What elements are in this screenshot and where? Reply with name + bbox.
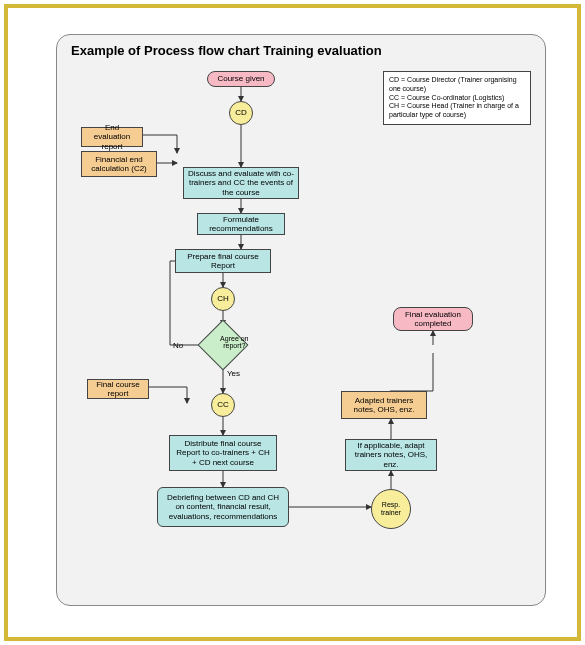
node-adapted-notes: Adapted trainers notes, OHS, enz. <box>341 391 427 419</box>
node-financial-end-calc: Financial end calculation (C2) <box>81 151 157 177</box>
node-final-evaluation: Final evaluation completed <box>393 307 473 331</box>
node-resp-trainer: Resp. trainer <box>371 489 411 529</box>
node-ch: CH <box>211 287 235 311</box>
node-adapt-notes: If applicable, adapt trainers notes, OHS… <box>345 439 437 471</box>
chart-title: Example of Process flow chart Training e… <box>71 43 382 58</box>
node-cd: CD <box>229 101 253 125</box>
outer-frame: Example of Process flow chart Training e… <box>4 4 581 641</box>
node-debriefing: Debriefing between CD and CH on content,… <box>157 487 289 527</box>
node-agree-decision: Agree on report? <box>198 320 249 371</box>
node-distribute: Distribute final course Report to co-tra… <box>169 435 277 471</box>
legend-box: CD = Course Director (Trainer organising… <box>383 71 531 125</box>
legend-line: CC = Course Co-ordinator (Logistics) <box>389 94 525 103</box>
legend-line: CH = Course Head (Trainer in charge of a… <box>389 102 525 120</box>
node-start: Course given <box>207 71 275 87</box>
node-formulate-recommendations: Formulate recommendations <box>197 213 285 235</box>
label-no: No <box>173 341 183 350</box>
node-prepare-report: Prepare final course Report <box>175 249 271 273</box>
node-cc: CC <box>211 393 235 417</box>
node-discuss-evaluate: Discuss and evaluate with co-trainers an… <box>183 167 299 199</box>
flowchart-panel: Example of Process flow chart Training e… <box>56 34 546 606</box>
label-yes: Yes <box>227 369 240 378</box>
legend-line: CD = Course Director (Trainer organising… <box>389 76 525 94</box>
node-end-evaluation-report: End evaluation report <box>81 127 143 147</box>
node-final-course-report: Final course report <box>87 379 149 399</box>
